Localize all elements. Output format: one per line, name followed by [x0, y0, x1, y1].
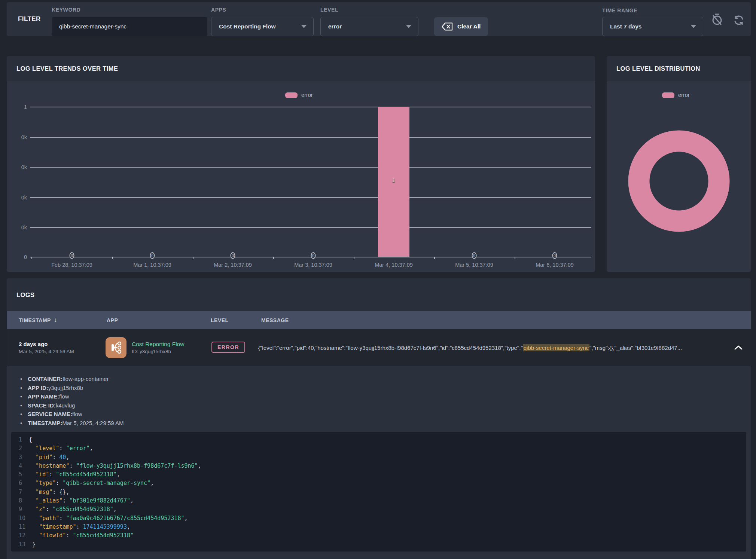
refresh-button[interactable]	[732, 13, 746, 27]
time-range-select[interactable]: Last 7 days	[602, 17, 703, 36]
code-token: :	[52, 454, 59, 461]
code-token	[29, 454, 36, 461]
code-token	[29, 497, 36, 504]
logs-panel: LOGS TIMESTAMP ↓ APP LEVEL MESSAGE 2 day…	[7, 278, 751, 559]
axis-tick	[515, 257, 515, 259]
sort-desc-icon: ↓	[54, 317, 57, 324]
log-table-row[interactable]: 2 days ago Mar 5, 2025, 4:29:59 AM Cost …	[7, 329, 751, 366]
app-cell: Cost Reporting Flow ID: y3qujj15rhx8b	[132, 329, 184, 366]
trends-legend-error[interactable]: error	[285, 92, 313, 98]
meta-value: flow-app-container	[63, 375, 109, 384]
line-number: 8	[19, 497, 22, 504]
code-token	[29, 445, 36, 452]
code-token: "pid"	[36, 454, 52, 461]
line-number: 11	[19, 523, 25, 530]
distribution-panel-header: LOG LEVEL DISTRIBUTION	[607, 56, 751, 81]
axis-tick	[434, 257, 435, 259]
code-token: ,	[127, 523, 130, 530]
apps-label: APPS	[211, 7, 226, 13]
chevron-down-icon	[691, 25, 696, 28]
timestamp-cell: 2 days ago Mar 5, 2025, 4:29:59 AM	[19, 329, 74, 366]
flow-graph-icon	[110, 341, 122, 354]
apps-select-value: Cost Reporting Flow	[219, 23, 276, 30]
code-token: :	[46, 506, 52, 513]
column-header-timestamp[interactable]: TIMESTAMP ↓	[19, 311, 57, 329]
bullet-icon: •	[20, 419, 28, 428]
code-line: 2 "level": "error",	[11, 444, 746, 453]
log-meta-item: •APP ID:y3qujj15rhx8b	[20, 384, 124, 392]
code-token: :	[49, 471, 56, 478]
trends-panel: LOG LEVEL TRENDS OVER TIME error10k0k0k0…	[7, 56, 595, 272]
zero-value-marker: 0	[472, 252, 477, 259]
code-token	[32, 515, 39, 522]
x-axis-tick-label: Feb 28, 10:37:09	[31, 262, 113, 268]
code-line: 8 "_alias": "bf301e9f882d4767",	[11, 497, 746, 505]
meta-label: APP NAME:	[28, 392, 59, 401]
axis-tick	[31, 257, 32, 259]
refresh-icon	[733, 15, 744, 26]
log-json-code-block[interactable]: 1{2 "level": "error",3 "pid": 40,4 "host…	[11, 432, 746, 552]
code-token: "c855cd454d952318"	[52, 506, 113, 513]
code-token: "z"	[36, 506, 46, 513]
line-number: 2	[19, 445, 22, 452]
log-meta-item: •SPACE ID:k4uvlug	[20, 401, 124, 410]
bullet-icon: •	[20, 401, 28, 410]
clear-all-button[interactable]: Clear All	[434, 17, 488, 36]
chevron-down-icon	[301, 25, 307, 28]
bullet-icon: •	[20, 410, 28, 419]
timestamp-relative: 2 days ago	[19, 341, 74, 347]
column-header-app: APP	[107, 311, 118, 329]
code-line: 5 "id": "c855cd454d952318",	[11, 470, 746, 479]
bullet-icon: •	[20, 392, 28, 401]
code-token: "path"	[39, 515, 59, 522]
x-axis-tick-label: Mar 3, 10:37:09	[272, 262, 354, 268]
code-token: ,	[113, 506, 117, 513]
code-token: "msg"	[36, 489, 52, 495]
line-number: 1	[19, 436, 22, 443]
chevron-down-icon	[406, 25, 411, 28]
apps-select[interactable]: Cost Reporting Flow	[211, 17, 314, 36]
code-token: "c855cd454d952318"	[73, 532, 134, 539]
line-number: 5	[19, 471, 22, 478]
grid-line	[30, 197, 591, 198]
legend-swatch	[662, 92, 674, 98]
meta-label: SPACE ID:	[28, 401, 56, 410]
code-token	[29, 480, 36, 486]
code-line: 3 "pid": 40,	[11, 453, 746, 462]
axis-tick	[273, 257, 274, 259]
code-token: :	[69, 462, 76, 469]
message-cell: {"level":"error","pid":40,"hostname":"fl…	[258, 329, 722, 366]
level-select[interactable]: error	[320, 17, 418, 36]
y-axis-tick-label: 0	[9, 254, 27, 260]
meta-value: flow	[59, 392, 69, 401]
code-token: "type"	[36, 480, 56, 486]
app-name-link[interactable]: Cost Reporting Flow	[132, 341, 184, 348]
distribution-legend-error[interactable]: error	[662, 92, 690, 98]
keyword-input[interactable]: qibb-secret-manager-sync	[52, 17, 207, 36]
auto-refresh-off-button[interactable]	[710, 13, 724, 26]
code-line: 11 "timestamp": 1741145399993,	[11, 523, 746, 531]
grid-line	[30, 137, 591, 138]
code-line: 12 "flowId": "c855cd454d952318"	[11, 531, 746, 540]
code-line: 9 "z": "c855cd454d952318",	[11, 505, 746, 514]
code-token: ,	[184, 515, 188, 522]
x-axis-tick-label: Mar 1, 10:37:09	[111, 262, 193, 268]
meta-value: k4uvlug	[56, 401, 75, 410]
line-number: 12	[19, 532, 25, 539]
filter-bar: FILTER KEYWORD qibb-secret-manager-sync …	[7, 2, 751, 36]
logs-table-header: TIMESTAMP ↓ APP LEVEL MESSAGE	[7, 311, 751, 329]
zero-value-marker: 0	[150, 252, 155, 259]
log-detail-section: •CONTAINER:flow-app-container•APP ID:y3q…	[7, 366, 751, 559]
timestamp-absolute: Mar 5, 2025, 4:29:59 AM	[19, 349, 74, 354]
meta-value: Mar 5, 2025, 4:29:59 AM	[62, 419, 124, 428]
column-header-message: MESSAGE	[261, 311, 289, 329]
code-token: :	[63, 497, 69, 504]
donut-chart-error[interactable]	[628, 130, 730, 232]
clear-all-label: Clear All	[457, 23, 481, 30]
grid-line	[30, 167, 591, 168]
code-line: 7 "msg": {},	[11, 488, 746, 497]
collapse-row-button[interactable]	[732, 341, 745, 354]
code-token: :	[52, 489, 59, 495]
code-token: "flow-y3qujj15rhx8b-f98d67c7f-ls9n6"	[76, 462, 198, 469]
code-token	[32, 532, 39, 539]
